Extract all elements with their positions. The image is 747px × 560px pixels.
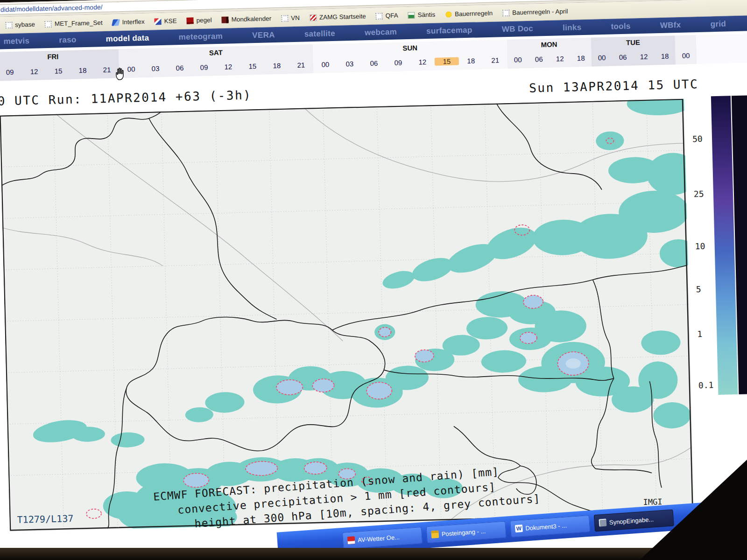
nav-item-meteogram[interactable]: meteogram [178,31,223,42]
hour-cell[interactable]: 12 [410,57,435,66]
hour-cell[interactable]: 00 [507,55,529,63]
url-text: didat/modelldaten/advanced-mode/ [0,3,103,13]
mouse-hand-cursor-icon [113,67,128,81]
hour-cell[interactable]: 09 [192,63,216,71]
scale-label: 5 [696,284,715,294]
taskbar-button-posteingang[interactable]: Posteingang - ... [426,521,507,544]
bookmark-item[interactable]: Bauernregeln [445,10,493,18]
scale-label: 25 [694,189,713,199]
taskbar-button-dokument3[interactable]: W Dokument3 - ... [510,515,590,538]
bookmark-item[interactable]: VN [281,14,300,22]
mail-icon [431,531,439,539]
bookmark-default-icon [376,13,383,19]
hour-cell[interactable]: 09 [386,58,410,67]
hour-cell[interactable]: 15 [46,66,70,75]
nav-item-wbfx[interactable]: WBfx [660,20,681,30]
pegel-icon [186,17,193,24]
hour-cell[interactable]: 12 [216,62,240,70]
bookmark-item[interactable]: sybase [5,21,35,29]
nav-item-grid[interactable]: grid [710,19,726,29]
hour-cell[interactable]: 21 [289,61,313,69]
bookmark-item[interactable]: Mondkalender [222,15,272,23]
bookmark-default-icon [5,21,12,28]
taskbar-button-av-wetter[interactable]: AV-Wetter Oe... [342,527,423,549]
nav-item-webcam[interactable]: webcam [365,27,397,37]
av-wetter-icon [347,536,355,544]
nav-item-surfacemap[interactable]: surfacemap [426,25,472,35]
scale-label: 10 [695,241,714,251]
model-resolution-label: T1279/L137 [17,513,73,525]
nav-item-satellite[interactable]: satellite [304,28,335,39]
bookmark-item[interactable]: Interflex [112,18,144,26]
nav-item-vera[interactable]: VERA [252,30,275,40]
run-title: 00 UTC Run: 11APR2014 +63 (-3h) [0,88,252,108]
bookmark-item[interactable]: Säntis [408,11,436,19]
day-label [675,35,697,47]
hour-cell[interactable]: 15 [240,62,265,70]
hour-cell[interactable]: 12 [633,52,654,61]
bookmark-item[interactable]: MET_Frame_Set [45,19,103,28]
hour-cell[interactable]: 18 [459,56,483,65]
hour-cell[interactable]: 06 [529,55,550,63]
hour-cell-selected[interactable]: 15 [435,57,459,65]
bookmark-default-icon [45,21,52,27]
hour-cell[interactable]: 00 [675,51,696,60]
hour-cell[interactable]: 12 [22,67,46,76]
hour-cell[interactable]: 12 [550,54,571,63]
interflex-icon [112,19,120,26]
day-group-tue: TUE 00 06 12 18 [591,35,676,66]
hour-cell[interactable]: 18 [265,61,289,70]
sun-icon [445,11,452,17]
terminal-icon [599,518,606,526]
bookmark-item[interactable]: ZAMG Startseite [310,13,366,21]
nav-item-model-data[interactable]: model data [106,33,149,43]
scale-label: 1 [697,329,716,339]
taskbar-button-synopeingabe[interactable]: SynopEingabe... [594,509,674,532]
hour-cell[interactable]: 09 [0,68,22,76]
word-icon: W [515,525,523,532]
nav-item-metvis[interactable]: metvis [3,36,29,46]
day-group-mon: MON 00 06 12 18 [507,38,592,69]
hour-cell[interactable]: 03 [143,64,168,72]
day-group-next: 00 [675,35,697,64]
valid-time-title: Sun 13APR2014 15 UTC [529,77,699,95]
bookmark-item[interactable]: pegel [186,16,211,24]
hour-cell[interactable]: 18 [654,52,675,60]
bookmark-item[interactable]: KSE [154,17,176,25]
hour-cell[interactable]: 06 [613,53,634,61]
day-group-fri: FRI 06 09 12 15 18 21 [0,49,119,81]
hour-cell[interactable]: 18 [571,54,592,62]
hour-cell[interactable]: 18 [70,66,95,74]
scale-label: 0.1 [698,380,718,390]
nav-item-tools[interactable]: tools [611,21,631,31]
bookmark-item[interactable]: Bauernregeln - April [502,8,568,16]
hour-cell[interactable]: 06 [362,59,386,67]
bookmark-default-icon [281,15,288,21]
day-group-sun: SUN 00 03 06 09 12 15 18 21 [313,40,507,73]
bookmark-default-icon [502,9,509,16]
hour-cell[interactable]: 00 [592,53,613,62]
hour-cell[interactable]: 06 [168,63,192,72]
nav-item-wbdoc[interactable]: WB Doc [502,24,533,34]
zamg-icon [310,14,317,21]
monitor-screen: didat/modelldaten/advanced-mode/ ☆ ▾ ↻ G… [0,0,747,560]
day-group-sat: SAT 00 03 06 09 12 15 18 21 [119,44,313,78]
monitor-bezel-bottom [0,548,747,560]
nav-item-raso[interactable]: raso [59,35,77,45]
kse-icon [154,18,161,25]
saentis-icon [408,12,415,18]
hour-cell[interactable]: 03 [338,59,362,68]
scale-label: 50 [692,133,712,144]
mondkalender-icon [222,16,229,23]
hour-cell[interactable]: 21 [483,56,507,64]
nav-item-links[interactable]: links [563,23,582,33]
bookmark-item[interactable]: QFA [376,12,398,20]
hour-cell[interactable]: 00 [313,60,338,68]
